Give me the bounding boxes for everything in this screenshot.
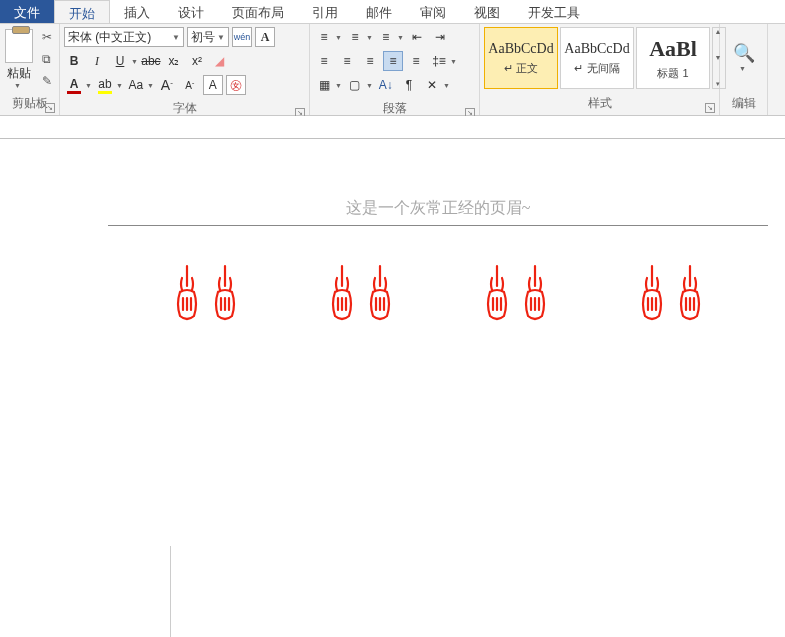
- group-editing: 🔍 ▼ 编辑: [720, 24, 768, 115]
- superscript-button[interactable]: x²: [187, 51, 207, 71]
- highlight-button[interactable]: ab: [95, 77, 115, 94]
- style-nospacing[interactable]: AaBbCcDd ↵ 无间隔: [560, 27, 634, 89]
- align-left-button[interactable]: ≡: [314, 51, 334, 71]
- group-font: 宋体 (中文正文)▼ 初号▼ wén A B I U▼ abc x₂ x² ◢ …: [60, 24, 310, 115]
- chevron-down-icon: ▼: [172, 33, 180, 42]
- chevron-down-icon[interactable]: ▼: [335, 34, 342, 41]
- hand-icon: [673, 264, 707, 324]
- cut-icon[interactable]: ✂: [39, 29, 55, 45]
- group-styles: AaBbCcDd ↵ 正文 AaBbCcDd ↵ 无间隔 AaBl 标题 1 ▲…: [480, 24, 720, 115]
- align-right-button[interactable]: ≡: [360, 51, 380, 71]
- copy-icon[interactable]: ⧉: [39, 51, 55, 67]
- align-justify-button[interactable]: ≡: [383, 51, 403, 71]
- styles-gallery[interactable]: AaBbCcDd ↵ 正文 AaBbCcDd ↵ 无间隔 AaBl 标题 1 ▲…: [484, 27, 726, 89]
- hand-icon: [208, 264, 242, 324]
- line-spacing-button[interactable]: ‡≡: [429, 51, 449, 71]
- chevron-down-icon[interactable]: ▼: [147, 82, 154, 89]
- change-case-button[interactable]: Aa: [126, 75, 146, 95]
- tab-design[interactable]: 设计: [164, 0, 218, 23]
- hand-icon: [518, 264, 552, 324]
- ribbon-tabs: 文件 开始 插入 设计 页面布局 引用 邮件 审阅 视图 开发工具: [0, 0, 785, 24]
- paste-label: 粘贴: [7, 65, 31, 82]
- underline-button[interactable]: U: [110, 51, 130, 71]
- hand-pair: [325, 264, 397, 324]
- group-label-font: 字体: [173, 101, 197, 115]
- chevron-down-icon[interactable]: ▼: [366, 34, 373, 41]
- text-cursor: [170, 546, 171, 637]
- distribute-button[interactable]: ≡: [406, 51, 426, 71]
- group-paragraph: ≡▼ ≡▼ ≡▼ ⇤ ⇥ ≡ ≡ ≡ ≡ ≡ ‡≡▼ ▦▼ ▢▼ A↓ ¶ ✕▼: [310, 24, 480, 115]
- launcher-icon[interactable]: ↘: [705, 103, 715, 113]
- document-area[interactable]: 这是一个灰常正经的页眉~: [0, 116, 785, 637]
- font-color-button[interactable]: A: [64, 77, 84, 94]
- chevron-down-icon: ▼: [14, 82, 21, 89]
- phonetic-guide-button[interactable]: wén: [232, 27, 252, 47]
- page: 这是一个灰常正经的页眉~: [108, 198, 768, 324]
- chevron-down-icon[interactable]: ▼: [366, 82, 373, 89]
- hand-pair: [480, 264, 552, 324]
- font-size-combo[interactable]: 初号▼: [187, 27, 229, 47]
- multilevel-button[interactable]: ≡: [376, 27, 396, 47]
- header-content-row: [108, 264, 768, 324]
- hand-icon: [635, 264, 669, 324]
- tab-home[interactable]: 开始: [54, 0, 110, 23]
- launcher-icon[interactable]: ↘: [45, 103, 55, 113]
- sort-button[interactable]: A↓: [376, 75, 396, 95]
- show-marks-button[interactable]: ¶: [399, 75, 419, 95]
- chevron-down-icon[interactable]: ▼: [131, 58, 138, 65]
- bullets-button[interactable]: ≡: [314, 27, 334, 47]
- group-label-paragraph: 段落: [383, 101, 407, 115]
- format-painter-icon[interactable]: ✎: [39, 73, 55, 89]
- grow-font-button[interactable]: Aˇ: [157, 75, 177, 95]
- paste-button[interactable]: 粘贴 ▼: [5, 29, 33, 89]
- decrease-indent-button[interactable]: ⇤: [407, 27, 427, 47]
- chevron-down-icon: ▼: [217, 33, 225, 42]
- page-header[interactable]: 这是一个灰常正经的页眉~: [108, 198, 768, 226]
- tab-file[interactable]: 文件: [0, 0, 54, 23]
- clear-format-icon[interactable]: ◢: [210, 51, 230, 71]
- shading-button[interactable]: ▦: [314, 75, 334, 95]
- find-icon[interactable]: 🔍: [736, 45, 752, 61]
- snap-button[interactable]: ✕: [422, 75, 442, 95]
- chevron-down-icon[interactable]: ▼: [443, 82, 450, 89]
- borders-button[interactable]: ▢: [345, 75, 365, 95]
- chevron-down-icon[interactable]: ▼: [116, 82, 123, 89]
- style-heading1[interactable]: AaBl 标题 1: [636, 27, 710, 89]
- chevron-down-icon[interactable]: ▼: [335, 82, 342, 89]
- increase-indent-button[interactable]: ⇥: [430, 27, 450, 47]
- group-label-edit: 编辑: [732, 96, 756, 110]
- enclose-char-button[interactable]: ㊛: [226, 75, 246, 95]
- italic-button[interactable]: I: [87, 51, 107, 71]
- chevron-down-icon[interactable]: ▼: [397, 34, 404, 41]
- hand-pair: [170, 264, 242, 324]
- tab-insert[interactable]: 插入: [110, 0, 164, 23]
- strikethrough-button[interactable]: abc: [141, 51, 161, 71]
- bold-button[interactable]: B: [64, 51, 84, 71]
- hand-icon: [363, 264, 397, 324]
- group-clipboard: 粘贴 ▼ ✂ ⧉ ✎ 剪贴板↘: [0, 24, 60, 115]
- tab-review[interactable]: 审阅: [406, 0, 460, 23]
- subscript-button[interactable]: x₂: [164, 51, 184, 71]
- hand-pair: [635, 264, 707, 324]
- clipboard-icon: [5, 29, 33, 63]
- chevron-down-icon[interactable]: ▼: [85, 82, 92, 89]
- numbering-button[interactable]: ≡: [345, 27, 365, 47]
- tab-dev[interactable]: 开发工具: [514, 0, 594, 23]
- hand-icon: [480, 264, 514, 324]
- tab-mail[interactable]: 邮件: [352, 0, 406, 23]
- group-label-clipboard: 剪贴板: [12, 96, 48, 110]
- ruler-separator: [0, 138, 785, 139]
- font-name-combo[interactable]: 宋体 (中文正文)▼: [64, 27, 184, 47]
- style-normal[interactable]: AaBbCcDd ↵ 正文: [484, 27, 558, 89]
- align-center-button[interactable]: ≡: [337, 51, 357, 71]
- chevron-down-icon[interactable]: ▼: [739, 65, 746, 72]
- char-shading-button[interactable]: A: [203, 75, 223, 95]
- group-label-styles: 样式: [588, 96, 612, 110]
- tab-view[interactable]: 视图: [460, 0, 514, 23]
- tab-layout[interactable]: 页面布局: [218, 0, 298, 23]
- shrink-font-button[interactable]: Aˇ: [180, 75, 200, 95]
- char-border-button[interactable]: A: [255, 27, 275, 47]
- hand-icon: [325, 264, 359, 324]
- chevron-down-icon[interactable]: ▼: [450, 58, 457, 65]
- tab-references[interactable]: 引用: [298, 0, 352, 23]
